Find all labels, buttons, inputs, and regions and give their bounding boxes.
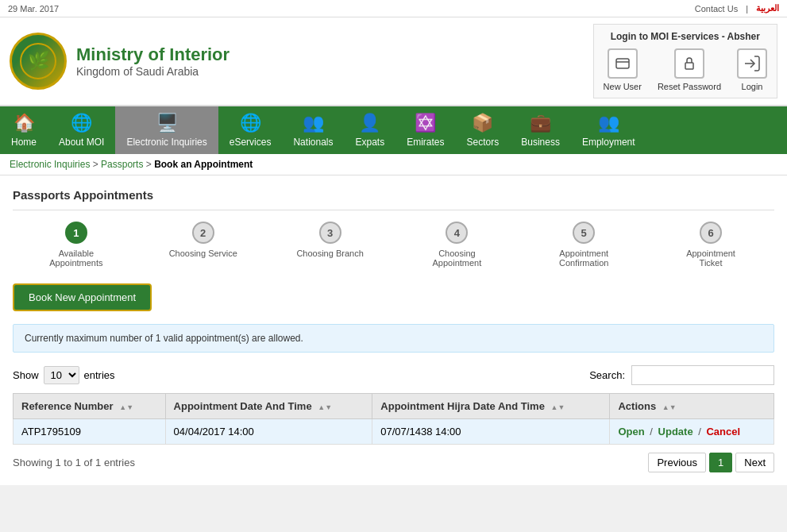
step-1-label: Available Appointments — [41, 249, 112, 268]
breadcrumb: Electronic Inquiries > Passports > Book … — [0, 154, 787, 175]
action-sep-1: / — [650, 426, 653, 438]
update-action-link[interactable]: Update — [658, 426, 693, 438]
new-user-icon — [608, 48, 638, 79]
step-4-label: Choosing Appointment — [421, 249, 492, 268]
nav-about-moi-label: About MOI — [59, 137, 104, 148]
cancel-action-link[interactable]: Cancel — [706, 426, 740, 438]
login-button[interactable]: Login — [737, 48, 767, 91]
logo-area: 🌿 Ministry of Interior Kingdom of Saudi … — [10, 33, 230, 90]
reset-password-button[interactable]: Reset Password — [658, 48, 721, 91]
login-icon — [737, 48, 767, 79]
nav-electronic-inquiries[interactable]: 🖥️ Electronic Inquiries — [115, 106, 218, 154]
logo-icon: 🌿 — [10, 33, 67, 90]
search-input[interactable] — [631, 365, 774, 385]
cell-actions: Open / Update / Cancel — [610, 419, 774, 445]
nav-eservices-label: eServices — [230, 137, 272, 148]
col-hijra: Appointment Hijra Date And Time ▲▼ — [372, 394, 610, 419]
sort-ref-icon[interactable]: ▲▼ — [119, 403, 133, 411]
nav-about-moi[interactable]: 🌐 About MOI — [48, 106, 115, 154]
nav-emirates[interactable]: ✡️ Emirates — [395, 106, 455, 154]
reset-password-icon — [674, 48, 704, 79]
nav-employment-label: Employment — [582, 137, 635, 148]
step-4: 4 Choosing Appointment — [393, 222, 520, 268]
step-6-circle: 6 — [700, 222, 722, 244]
nav-home-label: Home — [11, 137, 37, 148]
nav-home[interactable]: 🏠 Home — [0, 106, 48, 154]
business-icon: 💼 — [530, 113, 551, 133]
nav-business[interactable]: 💼 Business — [510, 106, 571, 154]
entries-select[interactable]: 10 25 50 — [44, 366, 79, 384]
nav-emirates-label: Emirates — [407, 137, 444, 148]
top-separator: | — [746, 4, 748, 13]
cell-reference: ATP1795109 — [14, 419, 166, 445]
nav-eservices[interactable]: 🌐 eServices — [218, 106, 283, 154]
search-box: Search: — [589, 365, 774, 385]
new-user-button[interactable]: New User — [604, 48, 642, 91]
nav-sectors-label: Sectors — [467, 137, 500, 148]
login-title: Login to MOI E-services - Absher — [611, 31, 760, 42]
step-1: 1 Available Appointments — [13, 222, 140, 268]
open-action-link[interactable]: Open — [618, 426, 644, 438]
nav-employment[interactable]: 👥 Employment — [571, 106, 646, 154]
pagination-buttons: Previous 1 Next — [648, 453, 774, 472]
header: 🌿 Ministry of Interior Kingdom of Saudi … — [0, 17, 787, 106]
login-icons: New User Reset Password Login — [604, 48, 767, 91]
logo-text: Ministry of Interior Kingdom of Saudi Ar… — [76, 44, 230, 78]
step-6-label: Appointment Ticket — [675, 249, 746, 268]
show-label: Show — [13, 369, 39, 381]
svg-rect-2 — [616, 59, 629, 68]
sort-hijra-icon[interactable]: ▲▼ — [551, 403, 565, 411]
home-icon: 🏠 — [14, 113, 35, 133]
action-sep-2: / — [698, 426, 701, 438]
table-controls: Show 10 25 50 entries Search: — [13, 365, 774, 385]
step-5-label: Appointment Confirmation — [548, 249, 619, 268]
next-button[interactable]: Next — [735, 453, 774, 472]
previous-button[interactable]: Previous — [648, 453, 706, 472]
appointments-table: Reference Number ▲▼ Appointment Date And… — [13, 393, 774, 445]
col-actions: Actions ▲▼ — [610, 394, 774, 419]
page-1-button[interactable]: 1 — [709, 453, 732, 472]
book-new-appointment-button[interactable]: Book New Appointment — [13, 283, 152, 311]
search-label: Search: — [589, 369, 625, 381]
eservices-icon: 🌐 — [240, 113, 261, 133]
breadcrumb-current: Book an Appointment — [154, 159, 253, 170]
step-4-circle: 4 — [446, 222, 468, 244]
main-content: Passports Appointments 1 Available Appoi… — [0, 175, 787, 485]
svg-text:🌿: 🌿 — [28, 50, 50, 71]
step-2-circle: 2 — [192, 222, 214, 244]
nav-nationals[interactable]: 👥 Nationals — [282, 106, 344, 154]
site-title: Ministry of Interior — [76, 44, 230, 65]
nav-nationals-label: Nationals — [293, 137, 333, 148]
step-3: 3 Choosing Branch — [267, 222, 394, 258]
top-bar: 29 Mar. 2017 Contact Us | العربية — [0, 0, 787, 17]
arabic-link[interactable]: العربية — [756, 3, 779, 13]
step-6: 6 Appointment Ticket — [647, 222, 774, 268]
main-nav: 🏠 Home 🌐 About MOI 🖥️ Electronic Inquiri… — [0, 106, 787, 154]
electronic-inquiries-icon: 🖥️ — [156, 113, 178, 133]
new-user-label: New User — [604, 82, 642, 91]
step-2-label: Choosing Service — [169, 249, 237, 258]
page-title: Passports Appointments — [13, 188, 774, 210]
reset-password-label: Reset Password — [658, 82, 721, 91]
col-reference: Reference Number ▲▼ — [14, 394, 166, 419]
cell-date: 04/04/2017 14:00 — [165, 419, 372, 445]
breadcrumb-electronic-inquiries[interactable]: Electronic Inquiries — [10, 159, 90, 170]
nav-sectors[interactable]: 📦 Sectors — [456, 106, 511, 154]
breadcrumb-passports[interactable]: Passports — [101, 159, 143, 170]
login-area: Login to MOI E-services - Absher New Use… — [593, 24, 777, 98]
step-1-circle: 1 — [65, 222, 87, 244]
table-row: ATP1795109 04/04/2017 14:00 07/07/1438 1… — [14, 419, 774, 445]
sort-date-icon[interactable]: ▲▼ — [318, 403, 332, 411]
sectors-icon: 📦 — [472, 113, 493, 133]
nav-business-label: Business — [521, 137, 560, 148]
step-5: 5 Appointment Confirmation — [520, 222, 647, 268]
showing-text: Showing 1 to 1 of 1 entries — [13, 457, 135, 468]
nav-expats[interactable]: 👤 Expats — [344, 106, 395, 154]
login-label: Login — [742, 82, 763, 91]
contact-link[interactable]: Contact Us — [695, 4, 738, 13]
about-moi-icon: 🌐 — [71, 113, 92, 133]
expats-icon: 👤 — [359, 113, 380, 133]
sort-actions-icon[interactable]: ▲▼ — [662, 403, 677, 411]
show-entries: Show 10 25 50 entries — [13, 366, 115, 384]
entries-label: entries — [84, 369, 115, 381]
